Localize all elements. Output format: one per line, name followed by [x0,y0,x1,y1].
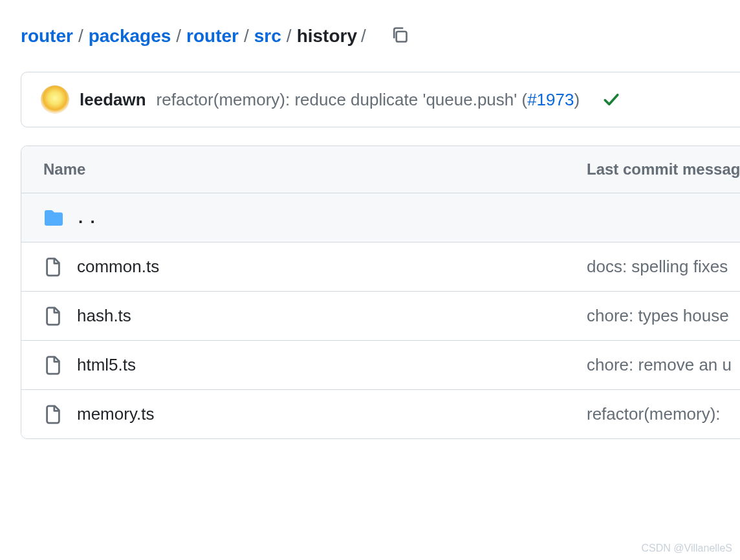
table-header: Name Last commit message [21,146,740,193]
breadcrumb: router / packages / router / src / histo… [21,21,740,51]
check-icon[interactable] [603,91,620,108]
breadcrumb-separator: / [285,23,293,50]
pr-link[interactable]: #1973 [527,90,574,109]
file-icon [43,405,63,424]
breadcrumb-link-router[interactable]: router [21,23,73,50]
file-name: html5.ts [77,352,136,378]
table-row[interactable]: memory.ts refactor(memory): [21,390,740,438]
column-header-name: Name [43,158,587,181]
svg-rect-0 [397,32,407,42]
file-name: common.ts [77,254,159,279]
copy-icon [391,26,409,46]
breadcrumb-separator: / [175,23,182,50]
column-header-message: Last commit message [587,158,740,181]
commit-message[interactable]: refactor(memory): reduce duplicate 'queu… [157,87,580,113]
parent-directory-label: . . [78,205,96,230]
commit-message-cell[interactable]: docs: spelling fixes [587,254,740,279]
file-icon [43,356,63,375]
file-table: Name Last commit message . . common.ts d… [21,145,740,439]
table-row[interactable]: common.ts docs: spelling fixes [21,242,740,292]
breadcrumb-link-src[interactable]: src [254,23,281,50]
file-icon [43,307,63,326]
breadcrumb-separator: / [77,23,85,50]
commit-message-cell[interactable]: refactor(memory): [587,402,740,427]
commit-author[interactable]: leedawn [80,87,146,113]
breadcrumb-current: history [297,23,357,50]
commit-message-text: refactor(memory): reduce duplicate 'queu… [157,90,528,109]
file-name: memory.ts [77,402,154,427]
breadcrumb-trailing-separator: / [361,23,366,50]
latest-commit-box: leedawn refactor(memory): reduce duplica… [21,72,740,127]
commit-message-suffix: ) [574,90,580,109]
table-row[interactable]: html5.ts chore: remove an u [21,341,740,390]
table-row[interactable]: hash.ts chore: types house [21,292,740,341]
breadcrumb-link-router2[interactable]: router [186,23,239,50]
parent-directory-row[interactable]: . . [21,193,740,242]
copy-path-button[interactable] [386,21,414,51]
avatar[interactable] [41,85,69,114]
breadcrumb-separator: / [243,23,250,50]
folder-icon [43,208,64,228]
file-icon [43,257,63,277]
file-name: hash.ts [77,303,131,328]
commit-message-cell[interactable]: chore: remove an u [587,352,740,378]
breadcrumb-link-packages[interactable]: packages [89,23,171,50]
commit-message-cell[interactable]: chore: types house [587,303,740,328]
